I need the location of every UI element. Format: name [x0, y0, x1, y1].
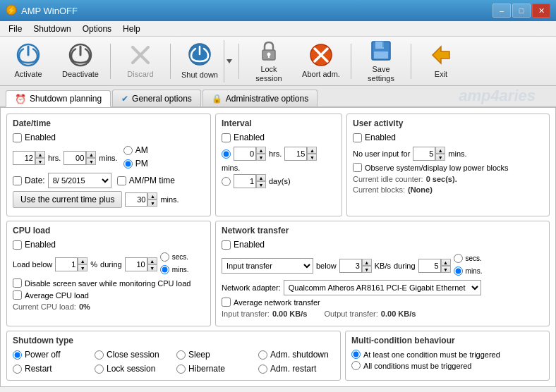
hibernate-radio[interactable]	[176, 365, 186, 374]
date-enabled-checkbox[interactable]	[13, 176, 22, 185]
network-below-up[interactable]: ▲	[362, 259, 372, 266]
menu-shutdown[interactable]: Shutdown	[28, 22, 76, 36]
network-secs-label: secs.	[466, 255, 482, 262]
cpu-secs-radio[interactable]	[160, 252, 169, 262]
cpu-load-down[interactable]: ▼	[78, 264, 87, 271]
shutdown-button[interactable]: Shut down	[176, 40, 224, 82]
menu-file[interactable]: File	[3, 22, 28, 36]
interval-days-up[interactable]: ▲	[256, 174, 266, 181]
network-during-down[interactable]: ▼	[441, 266, 451, 273]
avg-cpu-checkbox[interactable]	[13, 290, 22, 300]
avg-network-label: Average network transfer	[234, 298, 320, 307]
cpu-mins-radio[interactable]	[160, 265, 169, 274]
cpu-load-input[interactable]	[55, 257, 78, 271]
interval-mins-down[interactable]: ▼	[307, 154, 317, 161]
pm-radio[interactable]	[123, 159, 133, 169]
exit-button[interactable]: Exit	[416, 39, 466, 83]
cpu-during-up[interactable]: ▲	[147, 257, 157, 264]
interval-mins-input[interactable]	[284, 147, 307, 161]
tab-administrative-options[interactable]: 🔒 Administrative options	[203, 90, 318, 106]
network-transfer-panel: Network transfer Enabled Input transfer …	[215, 221, 550, 326]
interval-mins-spin-btns: ▲ ▼	[307, 147, 317, 161]
interval-hrs-down[interactable]: ▼	[256, 154, 266, 161]
restart-radio[interactable]	[13, 365, 22, 374]
hrs-spin-up[interactable]: ▲	[35, 151, 45, 158]
adapter-select[interactable]: Qualcomm Atheros AR8161 PCI-E Gigabit Et…	[284, 280, 481, 295]
network-mins-radio[interactable]	[454, 267, 463, 276]
tab-shutdown-planning[interactable]: ⏰ Shutdown planning	[6, 90, 111, 107]
interval-days-label: day(s)	[269, 177, 291, 185]
deactivate-button[interactable]: Deactivate	[55, 39, 106, 83]
date-select[interactable]: 8/ 5/2015	[48, 173, 111, 188]
no-input-input[interactable]	[413, 147, 435, 161]
no-input-down[interactable]: ▼	[435, 154, 445, 161]
hrs-input[interactable]	[13, 151, 35, 165]
tab-planning-label: Shutdown planning	[30, 94, 102, 104]
network-during-up[interactable]: ▲	[441, 259, 451, 266]
avg-cpu-row: Average CPU load	[13, 290, 205, 300]
interval-enabled-checkbox[interactable]	[222, 133, 231, 142]
locksession-button[interactable]: Lock session	[243, 39, 294, 83]
minimize-button[interactable]: –	[492, 4, 511, 18]
close-button[interactable]: ✕	[532, 4, 550, 18]
ampm-time-checkbox[interactable]	[117, 176, 126, 185]
am-radio[interactable]	[123, 146, 133, 155]
plus-mins-down[interactable]: ▼	[147, 200, 157, 207]
network-during-input[interactable]	[418, 259, 441, 273]
adm-restart-radio[interactable]	[258, 365, 267, 374]
interval-days-radio[interactable]	[222, 177, 231, 186]
disable-screensaver-checkbox[interactable]	[13, 278, 22, 288]
user-activity-enabled-checkbox[interactable]	[353, 133, 362, 142]
tab-general-options[interactable]: ✔ General options	[112, 90, 201, 106]
no-input-up[interactable]: ▲	[435, 147, 445, 154]
discard-button[interactable]: Discard	[115, 39, 166, 83]
network-enabled-checkbox[interactable]	[222, 240, 231, 250]
network-secs-radio[interactable]	[454, 254, 463, 263]
network-below-down[interactable]: ▼	[362, 266, 372, 273]
mins-spin-up[interactable]: ▲	[86, 151, 96, 158]
plus-mins-input[interactable]	[125, 192, 147, 207]
date-label: Date:	[25, 176, 45, 185]
mins-input[interactable]	[64, 151, 86, 165]
activate-button[interactable]: Activate	[3, 39, 54, 83]
network-type-select[interactable]: Input transfer Output transfer Combined …	[222, 258, 313, 274]
hrs-spin-down[interactable]: ▼	[35, 158, 45, 165]
idle-counter-label: Current idle counter:	[353, 175, 423, 183]
sleep-radio[interactable]	[176, 350, 186, 360]
shutdown-lock-session-row: Lock session	[95, 364, 171, 374]
power-off-radio[interactable]	[13, 350, 22, 360]
cpu-during-input[interactable]	[125, 257, 147, 271]
interval-days-down[interactable]: ▼	[256, 181, 266, 188]
no-input-label: No user input for	[353, 149, 410, 158]
interval-hrs-radio[interactable]	[222, 149, 231, 159]
at-least-one-radio[interactable]	[351, 350, 361, 359]
adm-shutdown-radio[interactable]	[258, 350, 267, 360]
mins-spin-down[interactable]: ▼	[86, 158, 96, 165]
cpu-enabled-checkbox[interactable]	[13, 240, 22, 250]
maximize-button[interactable]: □	[512, 4, 531, 18]
savesettings-button[interactable]: Save settings	[356, 39, 406, 83]
network-adapter-row: Network adapter: Qualcomm Atheros AR8161…	[222, 280, 543, 295]
menu-help[interactable]: Help	[117, 22, 146, 36]
menu-options[interactable]: Options	[77, 22, 117, 36]
observe-checkbox[interactable]	[353, 163, 362, 172]
network-below-input[interactable]	[339, 259, 362, 273]
interval-hrs-input[interactable]	[234, 147, 256, 161]
datetime-enabled-checkbox[interactable]	[13, 133, 22, 142]
interval-days-input[interactable]	[234, 174, 256, 188]
shutdown-dropdown-arrow[interactable]	[224, 40, 234, 82]
all-conditions-radio[interactable]	[351, 361, 361, 370]
interval-mins-up[interactable]: ▲	[307, 147, 317, 154]
cpu-load-up[interactable]: ▲	[78, 257, 87, 264]
titlebar: ⚡ AMP WinOFF – □ ✕	[0, 0, 556, 21]
avg-network-checkbox[interactable]	[222, 298, 231, 307]
cpu-during-down[interactable]: ▼	[147, 264, 157, 271]
cpu-secs-label: secs.	[172, 253, 188, 261]
abortadm-button[interactable]: Abort adm.	[296, 39, 346, 83]
plus-mins-up[interactable]: ▲	[147, 192, 157, 200]
use-current-time-button[interactable]: Use the current time plus	[13, 191, 122, 208]
interval-hrs-up[interactable]: ▲	[256, 147, 266, 154]
cpu-enabled-label: Enabled	[25, 240, 56, 250]
close-session-radio[interactable]	[95, 350, 104, 360]
lock-session-radio[interactable]	[95, 365, 104, 374]
